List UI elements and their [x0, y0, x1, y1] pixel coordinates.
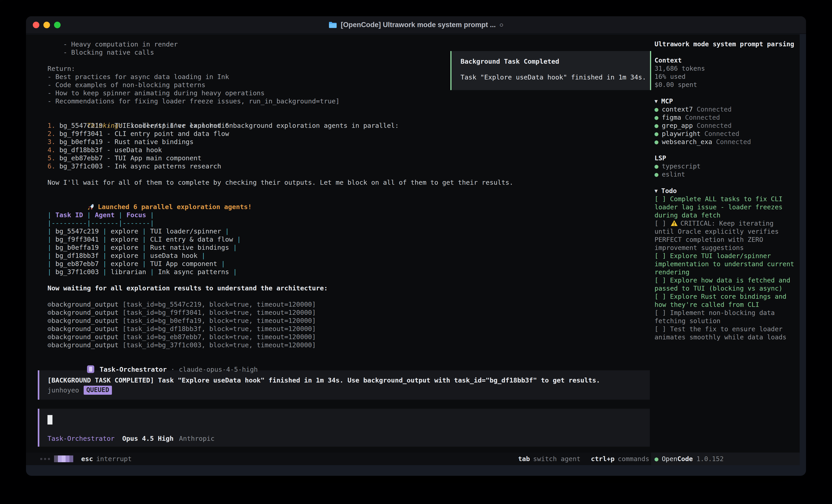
sidebar: Ultrawork mode system prompt parsing Con… [651, 34, 800, 465]
model-provider: Anthropic [179, 435, 214, 443]
status-dot-icon: ● [654, 455, 658, 463]
agent-list-item: 3. bg_b0effa19 - Rust native bindings [26, 138, 651, 146]
gear-icon: ⚙ [48, 317, 51, 325]
table-separator-row: |---------|-------|-------| [26, 219, 651, 227]
todo-item: [ ]Complete ALL tasks to fix CLI loader … [654, 195, 796, 220]
keyboard-hints: tab switch agent ctrl+p commands [508, 455, 651, 463]
username: junhoyeo [48, 386, 79, 394]
warning-icon [670, 220, 678, 226]
active-model[interactable]: Opus 4.5 High [122, 435, 174, 443]
background-task-notification: Background Task Completed Task "Explore … [450, 51, 651, 90]
mcp-heading[interactable]: ▼MCP [654, 97, 796, 106]
mcp-item: ●context7Connected [654, 106, 796, 114]
lsp-item: ●eslint [654, 170, 796, 178]
gear-icon: ⚙ [48, 309, 51, 316]
chevron-down-icon: ▼ [654, 98, 658, 104]
status-dot-icon: ● [654, 106, 658, 113]
separator-dot-icon: · [171, 366, 175, 373]
gear-icon: ⚙ [48, 341, 51, 349]
context-used: 16% used [654, 73, 796, 81]
launched-line: Launched 6 parallel exploration agents! [26, 195, 651, 203]
status-dot-icon: ● [654, 122, 658, 130]
agent-list-item: 4. bg_df18bb3f - useData hook [26, 146, 651, 154]
checkbox-icon: [ ] [654, 293, 666, 300]
tool-call-line: ⚙background_output [task_id=bg_b0effa19,… [26, 316, 651, 325]
table-row: | bg_5547c219 | explore | TUI loader/spi… [26, 227, 651, 235]
completed-message-text: [BACKGROUND TASK COMPLETED] Task "Explor… [48, 376, 650, 384]
checkbox-icon: [ ] [654, 252, 666, 260]
todo-item: [ ]Test the fix to ensure loader animate… [654, 325, 796, 341]
checkbox-icon: [ ] [654, 277, 666, 284]
mcp-item: ●figmaConnected [654, 114, 796, 122]
table-row: | bg_df18bb3f | explore | useData hook | [26, 252, 651, 260]
close-button[interactable] [33, 22, 40, 28]
context-spent: $0.00 spent [654, 81, 796, 89]
terminal-window: [OpenCode] Ultrawork mode system prompt … [26, 16, 806, 476]
tool-call-line: ⚙background_output [task_id=bg_37f1c003,… [26, 341, 651, 349]
agent-avatar-icon [87, 365, 94, 373]
chat-pane: Background Task Completed Task "Explore … [26, 34, 651, 465]
minimize-button[interactable] [44, 22, 50, 28]
sidebar-footer: ● OpenCode 1.0.152 [651, 452, 800, 465]
window-title: [OpenCode] Ultrawork mode system prompt … [26, 16, 806, 33]
progress-spinner [40, 455, 73, 462]
checkbox-icon: [ ] [654, 326, 666, 333]
agent-list-item: 6. bg_37f1c003 - Ink async patterns rese… [26, 162, 651, 170]
notification-title: Background Task Completed [461, 57, 650, 65]
status-dot-icon: ● [654, 114, 658, 121]
todo-item: [ ]Implement non-blocking data fetching … [654, 309, 796, 325]
orchestrator-model: claude-opus-4-5-high [179, 366, 258, 373]
gear-icon: ⚙ [48, 325, 51, 333]
todo-item: [ ]CRITICAL: Keep iterating until Oracle… [654, 220, 796, 252]
status-bar: esc interrupt tab switch agent ctrl+p co… [26, 452, 651, 465]
table-row: | bg_37f1c003 | librarian | Ink async pa… [26, 268, 651, 276]
gear-icon: ⚙ [48, 333, 51, 341]
context-heading: Context [654, 56, 796, 64]
active-agent[interactable]: Task-Orchestrator [48, 435, 114, 443]
tool-call-line: ⚙background_output [task_id=bg_f9ff3041,… [26, 308, 651, 316]
waiting-text: Now waiting for all exploration results … [26, 284, 651, 292]
text-cursor [48, 415, 52, 424]
tab-hint: tab switch agent [518, 455, 580, 463]
thinking-line: Thinking: Excellent! I've launched 6 bac… [26, 113, 651, 121]
status-dot-icon: ● [654, 138, 658, 146]
todo-heading[interactable]: ▼Todo [654, 187, 796, 195]
mcp-item: ●websearch_exaConnected [654, 138, 796, 146]
context-tokens: 31,686 tokens [654, 64, 796, 73]
checkbox-icon: [ ] [654, 195, 666, 203]
window-title-text: [OpenCode] Ultrawork mode system prompt … [341, 21, 496, 29]
table-header-row: | Task ID | Agent | Focus | [26, 211, 651, 219]
commands-hint: ctrl+p commands [591, 455, 649, 463]
chat-transcript: - Heavy computation in render - Blocking… [26, 34, 651, 452]
activity-indicator-icon: ○ [499, 21, 503, 29]
background-task-message: [BACKGROUND TASK COMPLETED] Task "Explor… [38, 370, 650, 400]
brand-name: Open [662, 455, 677, 463]
status-dot-icon: ● [654, 163, 658, 170]
table-row: | bg_b0effa19 | explore | Rust native bi… [26, 244, 651, 252]
queued-badge: QUEUED [84, 386, 112, 395]
rocket-icon [87, 203, 95, 211]
checkbox-icon: [ ] [654, 220, 666, 227]
input-meta-row: Task-Orchestrator Opus 4.5 High Anthropi… [48, 435, 650, 443]
app-version: 1.0.152 [696, 455, 724, 463]
prompt-input[interactable]: Task-Orchestrator Opus 4.5 High Anthropi… [38, 409, 650, 447]
wait-text: Now I'll wait for all of them to complet… [26, 178, 651, 187]
notification-body: Task "Explore useData hook" finished in … [461, 73, 650, 81]
todo-item: [ ]Explore Rust core bindings and how th… [654, 292, 796, 309]
transcript-line: - How to keep spinner animating during h… [26, 89, 651, 97]
todo-item: [ ]Explore TUI loader/spinner implementa… [654, 252, 796, 276]
todo-item: [ ]Explore how data is fetched and passe… [654, 276, 796, 292]
transcript-line: - Heavy computation in render [26, 40, 651, 48]
mcp-item: ●playwrightConnected [654, 130, 796, 138]
sidebar-content: Ultrawork mode system prompt parsing Con… [651, 34, 800, 452]
agent-list-item: 2. bg_f9ff3041 - CLI entry point and dat… [26, 130, 651, 138]
mcp-item: ●grep_appConnected [654, 122, 796, 130]
lsp-heading: LSP [654, 154, 796, 162]
status-dot-icon: ● [654, 130, 658, 138]
gear-icon: ⚙ [48, 301, 51, 308]
table-row: | bg_eb87ebb7 | explore | TUI App compon… [26, 260, 651, 268]
orchestrator-name: Task-Orchestrator [100, 366, 167, 373]
zoom-button[interactable] [54, 22, 60, 28]
lsp-item: ●typescript [654, 162, 796, 170]
tool-call-line: ⚙background_output [task_id=bg_eb87ebb7,… [26, 333, 651, 341]
